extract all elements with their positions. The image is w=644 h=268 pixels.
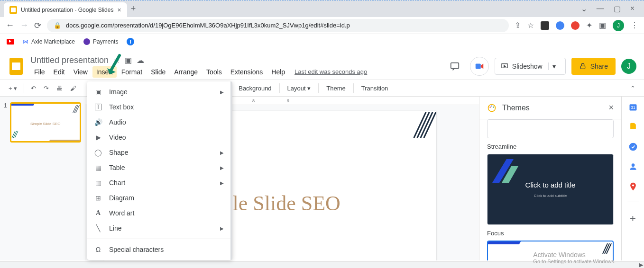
menu-file[interactable]: File: [30, 66, 49, 78]
browser-tab[interactable]: Untitled presentation - Google Slides ×: [4, 2, 127, 18]
svg-point-14: [632, 184, 634, 186]
menu-slide[interactable]: Slide: [147, 66, 169, 78]
layout-button[interactable]: Layout ▾: [284, 83, 315, 94]
document-title[interactable]: Untitled presentation: [30, 55, 109, 65]
extension-icon-3[interactable]: [571, 21, 580, 30]
menu-view[interactable]: View: [70, 66, 92, 78]
insert-line[interactable]: ╲Line▶: [87, 221, 230, 236]
calendar-icon[interactable]: 31: [628, 102, 638, 112]
lock-icon: 🔒: [54, 22, 61, 29]
keep-icon[interactable]: [628, 122, 638, 132]
insert-menu-dropdown: ▣Image▶ 🅃Text box 🔊Audio ▶Video ◯Shape▶ …: [87, 81, 232, 260]
insert-audio[interactable]: 🔊Audio: [87, 115, 230, 130]
chrome-menu-icon[interactable]: ⋮: [631, 21, 638, 30]
address-bar: ← → ⟳ 🔒 docs.google.com/presentation/d/1…: [0, 17, 644, 34]
slideshow-dropdown-icon[interactable]: ▾: [548, 63, 560, 70]
slides-logo[interactable]: [7, 57, 26, 76]
contacts-icon[interactable]: [628, 162, 638, 171]
extension-icon-1[interactable]: [541, 21, 549, 30]
slide-number: 1: [4, 102, 7, 143]
slides-favicon: [9, 6, 17, 14]
insert-video[interactable]: ▶Video: [87, 130, 230, 145]
slideshow-button[interactable]: Slideshow ▾: [495, 58, 566, 75]
svg-rect-0: [451, 63, 459, 69]
paint-format-button[interactable]: 🖌: [67, 83, 79, 94]
last-edit-link[interactable]: Last edit was seconds ago: [294, 68, 367, 75]
url-input[interactable]: 🔒 docs.google.com/presentation/d/19jOgE9…: [47, 19, 509, 32]
svg-rect-1: [476, 64, 481, 69]
svg-rect-3: [580, 66, 585, 69]
bookmark-youtube[interactable]: [7, 39, 14, 45]
insert-wordart[interactable]: AWord art: [87, 205, 230, 221]
toolbar-chevron-up-icon[interactable]: ⌃: [627, 83, 638, 94]
bookmark-payments[interactable]: Payments: [83, 38, 118, 45]
close-window-icon[interactable]: ×: [630, 4, 635, 13]
scroll-right-icon[interactable]: ▶: [639, 262, 643, 268]
insert-image[interactable]: ▣Image▶: [87, 84, 230, 99]
meet-button[interactable]: [470, 57, 489, 76]
close-themes-icon[interactable]: ×: [608, 103, 614, 113]
print-button[interactable]: 🖶: [54, 83, 65, 94]
bookmarks-bar: ⋈Axie Marketplace Payments f: [0, 34, 644, 49]
comments-button[interactable]: [445, 57, 464, 76]
menu-arrange[interactable]: Arrange: [170, 66, 202, 78]
theme-button[interactable]: Theme: [322, 83, 349, 94]
insert-chart[interactable]: ▥Chart▶: [87, 175, 230, 190]
new-slide-button[interactable]: + ▾: [6, 83, 20, 94]
theme-name-focus: Focus: [487, 230, 614, 237]
menu-help[interactable]: Help: [267, 66, 289, 78]
share-button[interactable]: Share: [571, 58, 616, 75]
back-button[interactable]: ←: [6, 20, 14, 30]
chrome-profile-avatar[interactable]: J: [613, 20, 624, 31]
themes-panel-title: Themes: [502, 104, 603, 112]
bookmark-axie[interactable]: ⋈Axie Marketplace: [23, 38, 75, 45]
theme-card-blank[interactable]: [487, 119, 614, 138]
add-addon-icon[interactable]: +: [630, 213, 636, 225]
menu-edit[interactable]: Edit: [50, 66, 69, 78]
undo-button[interactable]: ↶: [28, 83, 39, 94]
extension-icon-2[interactable]: [556, 21, 564, 30]
theme-name-streamline: Streamline: [487, 143, 614, 150]
chevron-down-icon[interactable]: ⌄: [581, 4, 587, 13]
maps-icon[interactable]: [628, 182, 638, 191]
insert-table[interactable]: ▦Table▶: [87, 160, 230, 175]
bookmark-facebook[interactable]: f: [127, 38, 134, 45]
share-page-icon[interactable]: ⇪: [515, 21, 521, 30]
extension-icons: ⇪ ☆ ✦ ▣ J ⋮: [515, 20, 638, 31]
side-panel-icon[interactable]: ▣: [599, 21, 606, 30]
menu-tools[interactable]: Tools: [202, 66, 226, 78]
svg-point-13: [631, 163, 635, 167]
cloud-status-icon[interactable]: ☁: [137, 56, 144, 65]
tasks-icon[interactable]: [628, 142, 638, 152]
svg-point-12: [629, 143, 637, 151]
insert-textbox[interactable]: 🅃Text box: [87, 99, 230, 115]
extensions-puzzle-icon[interactable]: ✦: [586, 21, 592, 30]
forward-button[interactable]: →: [20, 20, 28, 30]
bookmark-star-icon[interactable]: ☆: [527, 21, 534, 30]
svg-text:31: 31: [631, 105, 635, 110]
transition-button[interactable]: Transition: [358, 83, 392, 94]
reload-button[interactable]: ⟳: [34, 20, 41, 31]
user-avatar[interactable]: J: [621, 59, 636, 74]
maximize-icon[interactable]: ▢: [614, 4, 621, 13]
browser-tab-strip: Untitled presentation - Google Slides × …: [0, 0, 644, 17]
star-icon[interactable]: ☆: [113, 56, 120, 65]
filmstrip: 1 Simple Slide SEO: [0, 97, 85, 260]
close-tab-icon[interactable]: ×: [117, 6, 121, 14]
insert-diagram[interactable]: ⊞Diagram: [87, 190, 230, 205]
new-tab-button[interactable]: +: [131, 4, 136, 14]
minimize-icon[interactable]: —: [597, 4, 604, 13]
background-button[interactable]: Background: [235, 83, 275, 94]
menu-extensions[interactable]: Extensions: [227, 66, 267, 78]
theme-card-streamline[interactable]: Click to add title Click to add subtitle: [487, 154, 614, 225]
insert-shape[interactable]: ◯Shape▶: [87, 145, 230, 160]
slide-thumbnail-1[interactable]: 1 Simple Slide SEO: [4, 102, 81, 143]
menu-insert[interactable]: Insert: [92, 66, 117, 78]
menu-format[interactable]: Format: [118, 66, 146, 78]
insert-special-characters[interactable]: ΩSpecial characters: [87, 242, 230, 257]
move-icon[interactable]: ▣: [125, 56, 132, 65]
url-text: docs.google.com/presentation/d/19jOgE96E…: [66, 22, 350, 29]
redo-button[interactable]: ↷: [41, 83, 52, 94]
themes-panel: Themes × Streamline Click to add title C…: [479, 97, 621, 260]
menubar: File Edit View Insert Format Slide Arran…: [30, 66, 441, 78]
